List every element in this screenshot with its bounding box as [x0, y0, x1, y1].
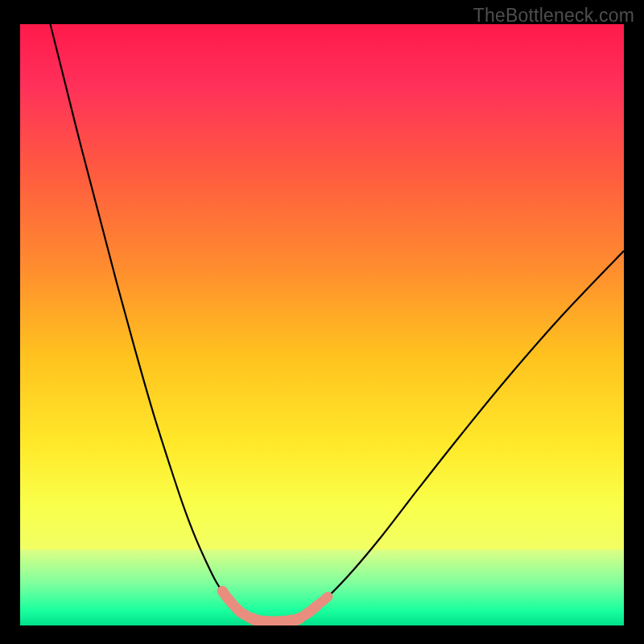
- highlight-segment: [320, 597, 328, 603]
- bottleneck-chart: [0, 0, 644, 644]
- highlight-segment: [251, 618, 300, 622]
- gradient-background: [20, 24, 624, 625]
- watermark-text: TheBottleneck.com: [473, 5, 634, 27]
